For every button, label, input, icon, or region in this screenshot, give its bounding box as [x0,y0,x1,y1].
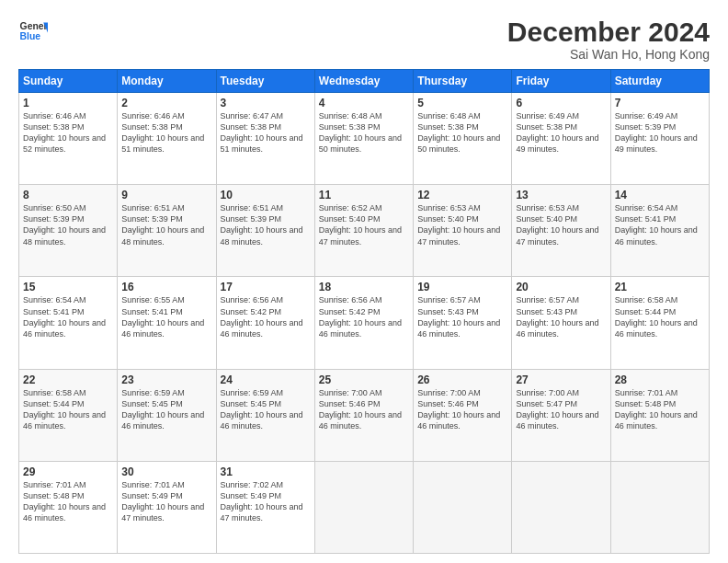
col-sunday: Sunday [19,70,118,93]
header: General Blue December 2024 Sai Wan Ho, H… [18,17,710,62]
logo: General Blue [18,17,48,46]
day-12: 12 Sunrise: 6:53 AMSunset: 5:40 PMDaylig… [414,185,512,277]
day-4: 4 Sunrise: 6:48 AMSunset: 5:38 PMDayligh… [314,93,413,185]
day-31: 31 Sunrise: 7:02 AMSunset: 5:49 PMDaylig… [216,461,314,553]
header-row: Sunday Monday Tuesday Wednesday Thursday… [19,70,710,93]
empty-cell-1 [314,461,413,553]
empty-cell-3 [512,461,610,553]
page: General Blue December 2024 Sai Wan Ho, H… [0,0,728,563]
day-7: 7 Sunrise: 6:49 AMSunset: 5:39 PMDayligh… [610,93,709,185]
day-19: 19 Sunrise: 6:57 AMSunset: 5:43 PMDaylig… [414,277,512,369]
day-30: 30 Sunrise: 7:01 AMSunset: 5:49 PMDaylig… [118,461,216,553]
empty-cell-4 [610,461,709,553]
col-saturday: Saturday [610,70,709,93]
main-title: December 2024 [507,17,710,47]
week-1: 1 Sunrise: 6:46 AMSunset: 5:38 PMDayligh… [19,93,710,185]
day-27: 27 Sunrise: 7:00 AMSunset: 5:47 PMDaylig… [512,369,610,461]
day-2: 2 Sunrise: 6:46 AMSunset: 5:38 PMDayligh… [118,93,216,185]
day-17: 17 Sunrise: 6:56 AMSunset: 5:42 PMDaylig… [216,277,314,369]
title-block: December 2024 Sai Wan Ho, Hong Kong [507,17,710,62]
day-13: 13 Sunrise: 6:53 AMSunset: 5:40 PMDaylig… [512,185,610,277]
empty-cell-2 [414,461,512,553]
day-5: 5 Sunrise: 6:48 AMSunset: 5:38 PMDayligh… [414,93,512,185]
calendar-table: Sunday Monday Tuesday Wednesday Thursday… [18,69,710,554]
day-8: 8 Sunrise: 6:50 AMSunset: 5:39 PMDayligh… [19,185,118,277]
svg-text:General: General [20,21,48,31]
col-friday: Friday [512,70,610,93]
day-18: 18 Sunrise: 6:56 AMSunset: 5:42 PMDaylig… [314,277,413,369]
col-wednesday: Wednesday [314,70,413,93]
day-6: 6 Sunrise: 6:49 AMSunset: 5:38 PMDayligh… [512,93,610,185]
day-24: 24 Sunrise: 6:59 AMSunset: 5:45 PMDaylig… [216,369,314,461]
day-28: 28 Sunrise: 7:01 AMSunset: 5:48 PMDaylig… [610,369,709,461]
week-3: 15 Sunrise: 6:54 AMSunset: 5:41 PMDaylig… [19,277,710,369]
logo-icon: General Blue [18,17,48,46]
day-20: 20 Sunrise: 6:57 AMSunset: 5:43 PMDaylig… [512,277,610,369]
day-14: 14 Sunrise: 6:54 AMSunset: 5:41 PMDaylig… [610,185,709,277]
col-thursday: Thursday [414,70,512,93]
col-monday: Monday [118,70,216,93]
subtitle: Sai Wan Ho, Hong Kong [507,47,710,62]
day-21: 21 Sunrise: 6:58 AMSunset: 5:44 PMDaylig… [610,277,709,369]
day-15: 15 Sunrise: 6:54 AMSunset: 5:41 PMDaylig… [19,277,118,369]
day-22: 22 Sunrise: 6:58 AMSunset: 5:44 PMDaylig… [19,369,118,461]
day-3: 3 Sunrise: 6:47 AMSunset: 5:38 PMDayligh… [216,93,314,185]
svg-text:Blue: Blue [20,31,41,41]
day-29: 29 Sunrise: 7:01 AMSunset: 5:48 PMDaylig… [19,461,118,553]
day-1: 1 Sunrise: 6:46 AMSunset: 5:38 PMDayligh… [19,93,118,185]
day-25: 25 Sunrise: 7:00 AMSunset: 5:46 PMDaylig… [314,369,413,461]
day-23: 23 Sunrise: 6:59 AMSunset: 5:45 PMDaylig… [118,369,216,461]
day-16: 16 Sunrise: 6:55 AMSunset: 5:41 PMDaylig… [118,277,216,369]
col-tuesday: Tuesday [216,70,314,93]
day-9: 9 Sunrise: 6:51 AMSunset: 5:39 PMDayligh… [118,185,216,277]
day-10: 10 Sunrise: 6:51 AMSunset: 5:39 PMDaylig… [216,185,314,277]
day-11: 11 Sunrise: 6:52 AMSunset: 5:40 PMDaylig… [314,185,413,277]
week-4: 22 Sunrise: 6:58 AMSunset: 5:44 PMDaylig… [19,369,710,461]
week-5: 29 Sunrise: 7:01 AMSunset: 5:48 PMDaylig… [19,461,710,553]
day-26: 26 Sunrise: 7:00 AMSunset: 5:46 PMDaylig… [414,369,512,461]
week-2: 8 Sunrise: 6:50 AMSunset: 5:39 PMDayligh… [19,185,710,277]
